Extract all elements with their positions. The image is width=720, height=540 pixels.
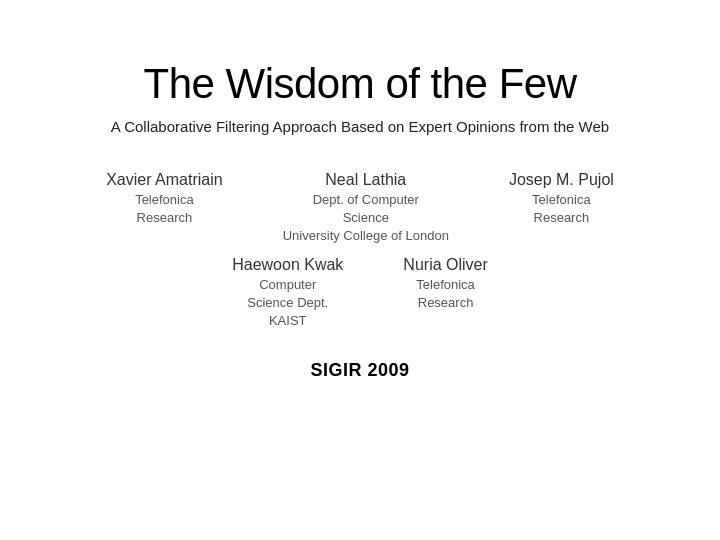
author-affil-neal: Dept. of Computer Science University Col… <box>283 191 449 246</box>
slide: The Wisdom of the Few A Collaborative Fi… <box>0 0 720 540</box>
author-name-haewoon: Haewoon Kwak <box>232 256 343 274</box>
author-name-xavier: Xavier Amatriain <box>106 171 223 189</box>
subtitle: A Collaborative Filtering Approach Based… <box>111 118 609 135</box>
author-affil-josep: Telefonica Research <box>532 191 591 227</box>
authors-section: Xavier Amatriain Telefonica Research Nea… <box>40 171 680 340</box>
conference-label: SIGIR 2009 <box>310 360 409 381</box>
authors-row-1: Xavier Amatriain Telefonica Research Nea… <box>106 171 614 246</box>
author-affil-nuria: Telefonica Research <box>416 276 475 312</box>
author-nuria: Nuria Oliver Telefonica Research <box>403 256 487 312</box>
author-name-josep: Josep M. Pujol <box>509 171 614 189</box>
main-title: The Wisdom of the Few <box>144 60 577 108</box>
author-xavier: Xavier Amatriain Telefonica Research <box>106 171 223 227</box>
author-neal: Neal Lathia Dept. of Computer Science Un… <box>283 171 449 246</box>
author-haewoon: Haewoon Kwak Computer Science Dept. KAIS… <box>232 256 343 331</box>
author-name-neal: Neal Lathia <box>325 171 406 189</box>
author-affil-xavier: Telefonica Research <box>135 191 194 227</box>
author-josep: Josep M. Pujol Telefonica Research <box>509 171 614 227</box>
author-name-nuria: Nuria Oliver <box>403 256 487 274</box>
authors-row-2: Haewoon Kwak Computer Science Dept. KAIS… <box>232 256 488 331</box>
author-affil-haewoon: Computer Science Dept. KAIST <box>247 276 328 331</box>
